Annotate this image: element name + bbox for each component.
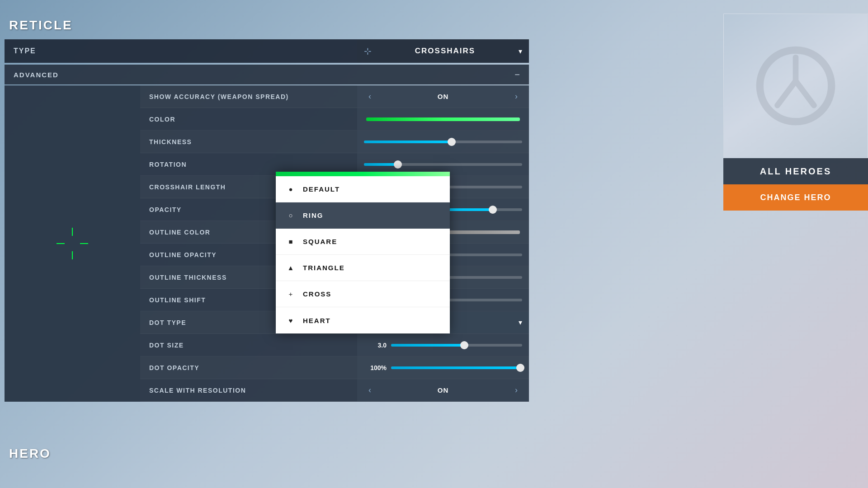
accuracy-value: ON [376, 93, 510, 100]
cross-icon: + [286, 290, 296, 298]
thickness-thumb[interactable] [448, 138, 456, 146]
overwatch-logo [755, 45, 836, 127]
default-icon: ● [286, 185, 296, 193]
thickness-slider[interactable] [364, 141, 522, 143]
default-label: DEFAULT [303, 185, 340, 193]
crosshair-type-icon: ⊹ [364, 46, 372, 56]
dot-opacity-slider[interactable] [391, 366, 522, 369]
dot-type-arrow: ▾ [519, 318, 522, 327]
show-accuracy-row: SHOW ACCURACY (WEAPON SPREAD) ‹ ON › [140, 85, 529, 108]
show-accuracy-label: SHOW ACCURACY (WEAPON SPREAD) [140, 93, 357, 100]
content-area: SHOW ACCURACY (WEAPON SPREAD) ‹ ON › COL… [5, 85, 529, 402]
dot-size-fill [391, 344, 463, 347]
type-row: TYPE ⊹ CROSSHAIRS ▾ [5, 39, 529, 63]
heart-icon: ♥ [286, 317, 296, 324]
scale-resolution-label: SCALE WITH RESOLUTION [140, 387, 357, 394]
color-label: COLOR [140, 116, 357, 123]
dot-opacity-control: 100% [357, 357, 529, 379]
hero-portrait [723, 14, 868, 158]
rotation-slider[interactable] [364, 163, 522, 166]
advanced-header: ADVANCED − [5, 65, 529, 84]
triangle-label: TRIANGLE [303, 264, 345, 272]
rotation-label: ROTATION [140, 161, 357, 168]
popup-item-triangle[interactable]: ▲ TRIANGLE [276, 255, 450, 281]
dot-size-value: 3.0 [364, 342, 387, 349]
ch-left [57, 243, 65, 244]
thickness-row: THICKNESS [140, 131, 529, 153]
dot-size-slider[interactable] [391, 344, 522, 347]
change-hero-button[interactable]: CHANGE HERO [723, 184, 868, 211]
dot-size-label: DOT SIZE [140, 342, 357, 349]
popup-item-square[interactable]: ■ SQUARE [276, 229, 450, 255]
color-control[interactable] [357, 108, 529, 130]
dot-opacity-track [391, 366, 522, 369]
scale-left-arrow[interactable]: ‹ [364, 385, 376, 395]
color-row: COLOR [140, 108, 529, 131]
popup-item-cross[interactable]: + CROSS [276, 281, 450, 307]
accuracy-left-arrow[interactable]: ‹ [364, 92, 376, 101]
rotation-track [364, 163, 522, 166]
ch-right [80, 243, 88, 244]
thickness-control [357, 131, 529, 153]
hero-name: ALL HEROES [760, 166, 832, 177]
popup-item-heart[interactable]: ♥ HEART [276, 307, 450, 333]
type-dropdown-label: CROSSHAIRS [376, 47, 514, 56]
square-icon: ■ [286, 238, 296, 245]
thickness-label: THICKNESS [140, 138, 357, 145]
scale-value: ON [376, 386, 510, 394]
dot-size-thumb[interactable] [460, 341, 468, 349]
ring-label: RING [303, 211, 324, 219]
page-title: RETICLE [0, 14, 533, 39]
triangle-icon: ▲ [286, 264, 296, 272]
dot-size-row: DOT SIZE 3.0 [140, 334, 529, 357]
type-dropdown-arrow: ▾ [519, 47, 522, 56]
scale-resolution-row: SCALE WITH RESOLUTION ‹ ON › [140, 379, 529, 402]
rotation-fill [364, 163, 396, 166]
ring-icon: ○ [286, 211, 296, 219]
crosshair-preview [45, 216, 99, 271]
hero-name-bar: ALL HEROES [723, 158, 868, 184]
dot-opacity-value: 100% [364, 364, 387, 371]
dot-opacity-label: DOT OPACITY [140, 364, 357, 371]
color-bar [366, 117, 520, 121]
scale-resolution-control[interactable]: ‹ ON › [357, 379, 529, 401]
change-hero-label: CHANGE HERO [760, 193, 831, 202]
dot-type-row: DOT TYPE ○ RING ▾ ● DEFAULT ○ RING [140, 311, 529, 334]
accuracy-right-arrow[interactable]: › [510, 92, 522, 101]
cross-label: CROSS [303, 290, 331, 298]
popup-item-ring[interactable]: ○ RING [276, 202, 450, 229]
ch-top [72, 228, 73, 236]
collapse-icon[interactable]: − [514, 70, 520, 80]
dot-opacity-fill [391, 366, 522, 369]
settings-panel: SHOW ACCURACY (WEAPON SPREAD) ‹ ON › COL… [140, 85, 529, 402]
dot-opacity-thumb[interactable] [516, 364, 524, 372]
rotation-thumb[interactable] [394, 160, 402, 169]
square-label: SQUARE [303, 238, 337, 245]
popup-color-top [276, 172, 450, 176]
heart-label: HEART [303, 317, 331, 324]
popup-item-default[interactable]: ● DEFAULT [276, 176, 450, 202]
dot-opacity-row: DOT OPACITY 100% [140, 357, 529, 379]
hero-panel: ALL HEROES CHANGE HERO [723, 14, 868, 211]
type-dropdown[interactable]: ⊹ CROSSHAIRS ▾ [357, 39, 529, 63]
ch-bottom [72, 251, 73, 259]
scale-right-arrow[interactable]: › [510, 385, 522, 395]
show-accuracy-control[interactable]: ‹ ON › [357, 85, 529, 108]
advanced-label: ADVANCED [14, 71, 59, 79]
dot-size-track [391, 344, 522, 347]
main-container: RETICLE TYPE ⊹ CROSSHAIRS ▾ ADVANCED − [0, 14, 533, 474]
thickness-fill [364, 141, 451, 143]
opacity-thumb[interactable] [489, 206, 497, 214]
type-label: TYPE [5, 47, 357, 55]
dot-type-popup: ● DEFAULT ○ RING ■ SQUARE ▲ TRIANGLE [276, 172, 450, 333]
preview-panel [5, 85, 140, 402]
hero-section-title: HERO [9, 446, 51, 461]
thickness-track [364, 141, 522, 143]
dot-size-control: 3.0 [357, 334, 529, 356]
